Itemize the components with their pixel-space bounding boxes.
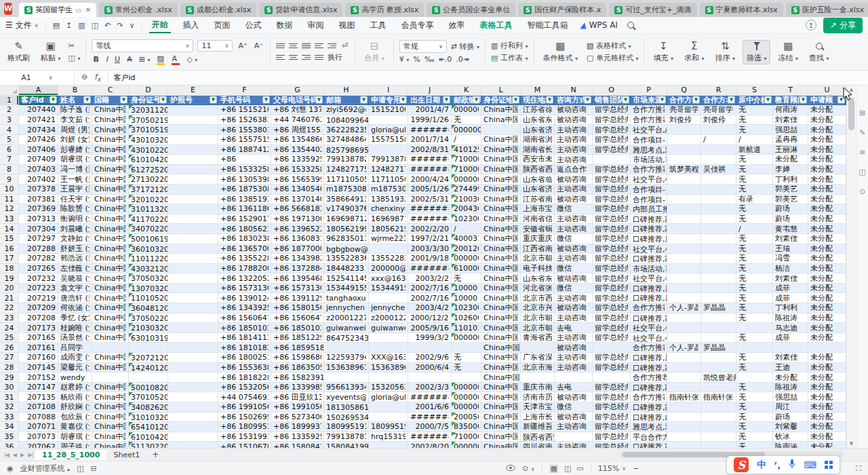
align-right-icon[interactable] — [302, 54, 311, 61]
percent-button[interactable]: % — [413, 55, 420, 64]
cell[interactable]: +86 18753080 — [218, 185, 271, 195]
cell[interactable]: 上海市长宁 — [521, 413, 555, 423]
cell[interactable]: China中国 — [92, 135, 129, 145]
cell[interactable]: 122593794 — [324, 353, 369, 363]
cell[interactable]: 留学总经办 — [593, 244, 631, 254]
cell[interactable]: xyevents@ — [324, 392, 369, 402]
cell[interactable] — [168, 314, 218, 324]
header-cell[interactable]: 姓名▼ — [58, 96, 92, 106]
cell[interactable]: 207147 — [19, 383, 58, 393]
cell[interactable] — [168, 323, 218, 333]
cell[interactable] — [369, 244, 408, 254]
cell[interactable]: +86 1851229020 — [271, 333, 324, 343]
cell[interactable]: 留学总经办 — [593, 115, 631, 126]
cell[interactable]: / — [701, 135, 736, 145]
fill-button[interactable]: ↧填充 ▾ — [650, 41, 677, 64]
cell[interactable]: 未分配 — [808, 432, 846, 442]
cell[interactable]: 371721200501264452 — [129, 185, 168, 195]
cell[interactable] — [701, 284, 736, 294]
cell[interactable]: +86 1580156591 — [271, 303, 324, 314]
cell[interactable]: 未分配 — [808, 234, 846, 244]
row-number[interactable]: 16 — [0, 244, 19, 254]
cell[interactable]: 江苏省南京 — [521, 195, 555, 205]
cell[interactable]: bgbgbow@ — [324, 244, 369, 254]
cell[interactable]: ######### — [408, 392, 452, 402]
cell[interactable]: 罗晶晶 — [701, 303, 736, 314]
cell[interactable]: 李文茹 (女 — [58, 115, 92, 126]
menu-tab-工具[interactable]: 工具 — [368, 18, 389, 33]
cell[interactable]: 电子科技大 — [521, 264, 555, 274]
cell[interactable]: 无 — [452, 273, 481, 284]
cell[interactable]: 北京市朝阳 — [521, 323, 555, 333]
cell[interactable]: 马志迪 — [773, 323, 808, 333]
cell[interactable]: 117110505 — [369, 174, 408, 185]
cell[interactable]: 未分配 — [808, 314, 846, 324]
cell[interactable]: 799138782 — [324, 155, 369, 165]
cell[interactable]: +86 18099519 — [218, 422, 271, 432]
cell[interactable]: 亮哥留学 — [701, 105, 736, 115]
cell[interactable]: 王迪 — [773, 363, 808, 373]
prev-sheet-icon[interactable]: ◀ — [12, 452, 18, 458]
cell[interactable] — [701, 174, 736, 185]
clear-format-button[interactable]: ◇ ▾ — [185, 55, 199, 64]
cell[interactable] — [667, 373, 701, 383]
cell[interactable]: 2005/9/16 — [408, 323, 452, 333]
cell[interactable]: 刘紫馨 — [773, 422, 808, 432]
outline-icon[interactable]: ⊟ — [91, 464, 97, 473]
output-icon[interactable]: ↥ — [66, 21, 72, 30]
cell[interactable]: 重庆市南岸 — [521, 383, 555, 393]
cell[interactable]: 000000 — [452, 442, 481, 448]
cell[interactable]: +86 18002510 — [218, 353, 271, 363]
cell[interactable]: 湖南省浏阳 — [521, 135, 555, 145]
cell[interactable]: 留学总经办 — [593, 363, 631, 373]
cell[interactable]: 710000 — [452, 155, 481, 165]
cell[interactable]: 上海市宝山 — [521, 204, 555, 214]
cell[interactable] — [168, 244, 218, 254]
filter-dropdown-icon[interactable]: ▼ — [622, 96, 629, 104]
cell[interactable]: China中国 — [481, 155, 521, 165]
thousands-button[interactable]: ‰ — [425, 55, 435, 64]
filter-dropdown-icon[interactable]: ▼ — [512, 96, 519, 104]
cell[interactable]: China中国 — [481, 343, 521, 353]
cell[interactable]: 无 — [452, 353, 481, 363]
cell[interactable]: +86 18501030 — [218, 323, 271, 333]
vertical-scroll-thumb[interactable] — [848, 98, 854, 130]
header-cell[interactable]: 手机号码▼ — [218, 96, 271, 106]
cell[interactable]: 王丽淋 — [773, 145, 808, 155]
cell[interactable]: 799138787 — [324, 432, 369, 442]
cell[interactable] — [369, 115, 408, 126]
cell[interactable]: 207223 — [19, 284, 58, 294]
cell[interactable]: 口碑推荐,朋友 — [631, 353, 667, 363]
cell[interactable]: 962835011 — [324, 234, 369, 244]
cell[interactable]: 北京市朝阳 — [521, 314, 555, 324]
cell[interactable] — [667, 125, 701, 135]
cell[interactable]: 未分配 — [808, 195, 846, 205]
cell[interactable]: 留学总经办 — [593, 314, 631, 324]
cell[interactable]: 返点合作 — [555, 165, 593, 175]
cell[interactable]: 18448233 — [324, 264, 369, 274]
cell[interactable]: guiwanwei — [324, 323, 369, 333]
cell[interactable]: 无 — [736, 204, 773, 214]
cell[interactable]: +86 15263810 — [218, 115, 271, 126]
cell[interactable]: 200000@qq — [369, 264, 408, 274]
filter-dropdown-icon[interactable]: ▼ — [473, 96, 480, 104]
cell[interactable]: +86 1335925706 — [271, 432, 324, 442]
cell[interactable]: 广东省深圳 — [521, 353, 555, 363]
cell[interactable] — [168, 284, 218, 294]
cell[interactable] — [667, 353, 701, 363]
cell[interactable]: m1875308 — [324, 185, 369, 195]
cell[interactable]: / — [452, 224, 481, 234]
cell[interactable]: 未分配 — [773, 373, 808, 383]
cell[interactable] — [168, 145, 218, 155]
cell[interactable] — [168, 293, 218, 303]
cell[interactable] — [667, 264, 701, 274]
cell[interactable]: 无 — [736, 383, 773, 393]
cell[interactable] — [168, 234, 218, 244]
increase-decimal-button[interactable]: ↞.0 — [439, 55, 452, 64]
cell[interactable]: 10000 — [452, 293, 481, 303]
cell[interactable]: 江西省南昌 — [521, 244, 555, 254]
document-tab[interactable]: S医护五险一金.xlsx — [786, 3, 868, 17]
cell[interactable]: China中国 — [481, 273, 521, 284]
cell[interactable]: 2002/7/16 — [408, 284, 452, 294]
cell[interactable]: 153449155 — [369, 284, 408, 294]
